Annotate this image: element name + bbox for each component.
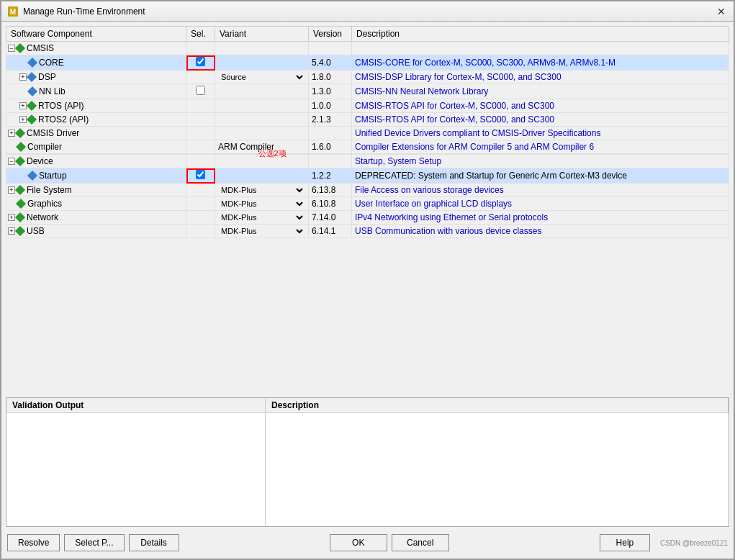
variant-select[interactable]: MDK-Plus <box>218 226 305 236</box>
ok-button[interactable]: OK <box>330 534 387 551</box>
description-cell[interactable]: Startup, System Setup <box>352 155 729 168</box>
sel-cell[interactable] <box>186 127 215 140</box>
sel-cell[interactable] <box>186 211 215 225</box>
description-cell[interactable]: Unified Device Drivers compliant to CMSI… <box>352 127 729 140</box>
svg-text:M: M <box>10 8 16 16</box>
table-row[interactable]: −CMSIS <box>6 42 729 55</box>
table-row[interactable]: +NetworkMDK-Plus7.14.0IPv4 Networking us… <box>6 211 729 225</box>
validation-desc-pane <box>266 413 729 526</box>
table-row[interactable]: Startup1.2.2DEPRECATED: System and Start… <box>6 168 729 184</box>
col-header-component: Software Component <box>6 27 186 42</box>
help-button[interactable]: Help <box>600 534 650 551</box>
sel-cell[interactable] <box>186 140 215 154</box>
sel-cell[interactable] <box>186 197 215 211</box>
col-header-description: Description <box>352 27 729 42</box>
select-p-button[interactable]: Select P... <box>64 534 124 551</box>
validation-description-header: Description <box>266 398 729 412</box>
variant-cell[interactable]: MDK-Plus <box>215 197 309 211</box>
description-link[interactable]: CMSIS-NN Neural Network Library <box>355 86 488 96</box>
description-link[interactable]: USB Communication with various device cl… <box>355 226 541 236</box>
component-label: RTOS2 (API) <box>38 114 89 125</box>
collapse-icon[interactable]: − <box>8 158 15 165</box>
diamond-blue <box>27 58 37 68</box>
expand-icon[interactable]: + <box>8 227 15 235</box>
sel-cell[interactable] <box>186 71 215 84</box>
table-row[interactable]: +RTOS (API)1.0.0CMSIS-RTOS API for Corte… <box>6 99 729 113</box>
cancel-button[interactable]: Cancel <box>392 534 449 551</box>
sel-cell[interactable] <box>186 168 215 184</box>
component-name-cell: +File System <box>6 184 186 197</box>
sel-cell[interactable] <box>186 225 215 238</box>
variant-cell[interactable] <box>215 168 309 184</box>
description-link[interactable]: CMSIS-RTOS API for Cortex-M, SC000, and … <box>355 114 554 125</box>
description-link[interactable]: User Interface on graphical LCD displays <box>355 199 512 209</box>
description-link[interactable]: CMSIS-DSP Library for Cortex-M, SC000, a… <box>355 72 562 82</box>
diamond-green <box>16 142 26 152</box>
variant-cell <box>215 127 309 140</box>
expand-icon[interactable]: + <box>19 116 27 123</box>
component-label: USB <box>27 226 45 236</box>
description-cell[interactable]: CMSIS-NN Neural Network Library <box>352 84 729 99</box>
component-checkbox[interactable] <box>196 170 205 179</box>
table-row[interactable]: +RTOS2 (API)2.1.3CMSIS-RTOS API for Cort… <box>6 113 729 127</box>
component-checkbox[interactable] <box>196 86 205 95</box>
description-link[interactable]: Startup, System Setup <box>355 156 441 166</box>
diamond-green <box>15 43 25 53</box>
description-cell[interactable]: CMSIS-RTOS API for Cortex-M, SC000, and … <box>352 99 729 113</box>
variant-select[interactable]: MDK-Plus <box>218 185 305 195</box>
collapse-icon[interactable]: − <box>8 45 15 52</box>
description-cell[interactable]: CMSIS-DSP Library for Cortex-M, SC000, a… <box>352 71 729 84</box>
table-row[interactable]: +USBMDK-Plus6.14.1USB Communication with… <box>6 225 729 238</box>
variant-select[interactable]: MDK-Plus <box>218 212 305 222</box>
expand-icon[interactable]: + <box>8 130 15 137</box>
manage-runtime-dialog: M Manage Run-Time Environment ✕ Software… <box>0 0 735 560</box>
table-row[interactable]: GraphicsMDK-Plus6.10.8User Interface on … <box>6 197 729 211</box>
description-link[interactable]: CMSIS-RTOS API for Cortex-M, SC000, and … <box>355 101 554 111</box>
description-link[interactable]: Unified Device Drivers compliant to CMSI… <box>355 128 600 138</box>
sel-cell[interactable] <box>186 99 215 113</box>
description-cell[interactable]: User Interface on graphical LCD displays <box>352 197 729 211</box>
variant-select[interactable]: MDK-Plus <box>218 199 305 209</box>
table-row[interactable]: CORE5.4.0CMSIS-CORE for Cortex-M, SC000,… <box>6 55 729 71</box>
table-row[interactable]: NN Lib1.3.0CMSIS-NN Neural Network Libra… <box>6 84 729 99</box>
table-row[interactable]: CompilerARM Compiler1.6.0Compiler Extens… <box>6 140 729 154</box>
sel-cell[interactable] <box>186 184 215 197</box>
description-cell[interactable]: IPv4 Networking using Ethernet or Serial… <box>352 211 729 225</box>
description-link[interactable]: CMSIS-CORE for Cortex-M, SC000, SC300, A… <box>355 58 615 68</box>
expand-icon[interactable]: + <box>8 186 15 194</box>
description-cell[interactable]: File Access on various storage devices <box>352 184 729 197</box>
variant-cell[interactable]: Source <box>215 71 309 84</box>
sel-cell[interactable] <box>186 155 215 168</box>
description-cell[interactable]: CMSIS-RTOS API for Cortex-M, SC000, and … <box>352 113 729 127</box>
description-link[interactable]: IPv4 Networking using Ethernet or Serial… <box>355 212 548 222</box>
component-table-wrapper[interactable]: Software Component Sel. Variant Version … <box>6 26 729 393</box>
component-name-cell: NN Lib <box>6 84 186 99</box>
expand-icon[interactable]: + <box>8 214 15 221</box>
details-button[interactable]: Details <box>129 534 179 551</box>
sel-cell[interactable] <box>186 42 215 55</box>
close-button[interactable]: ✕ <box>715 5 728 18</box>
table-row[interactable]: +File SystemMDK-Plus6.13.8File Access on… <box>6 184 729 197</box>
variant-cell[interactable]: MDK-Plus <box>215 225 309 238</box>
component-checkbox[interactable] <box>196 57 205 66</box>
description-link[interactable]: File Access on various storage devices <box>355 185 504 195</box>
variant-cell[interactable]: MDK-Plus <box>215 211 309 225</box>
expand-icon[interactable]: + <box>19 73 27 81</box>
resolve-button[interactable]: Resolve <box>7 534 60 551</box>
table-row[interactable]: −DeviceStartup, System Setup <box>6 155 729 168</box>
description-cell[interactable]: CMSIS-CORE for Cortex-M, SC000, SC300, A… <box>352 55 729 71</box>
sel-cell[interactable] <box>186 113 215 127</box>
description-cell[interactable]: Compiler Extensions for ARM Compiler 5 a… <box>352 140 729 154</box>
variant-cell <box>215 113 309 127</box>
sel-cell[interactable] <box>186 84 215 99</box>
description-cell <box>352 42 729 55</box>
table-row[interactable]: +CMSIS DriverUnified Device Drivers comp… <box>6 127 729 140</box>
table-row[interactable]: +DSPSource1.8.0CMSIS-DSP Library for Cor… <box>6 71 729 84</box>
diamond-green <box>27 101 37 111</box>
description-cell[interactable]: USB Communication with various device cl… <box>352 225 729 238</box>
variant-select[interactable]: Source <box>218 72 305 82</box>
variant-cell[interactable]: MDK-Plus <box>215 184 309 197</box>
sel-cell[interactable] <box>186 55 215 71</box>
expand-icon[interactable]: + <box>19 102 27 109</box>
description-link[interactable]: Compiler Extensions for ARM Compiler 5 a… <box>355 142 594 152</box>
